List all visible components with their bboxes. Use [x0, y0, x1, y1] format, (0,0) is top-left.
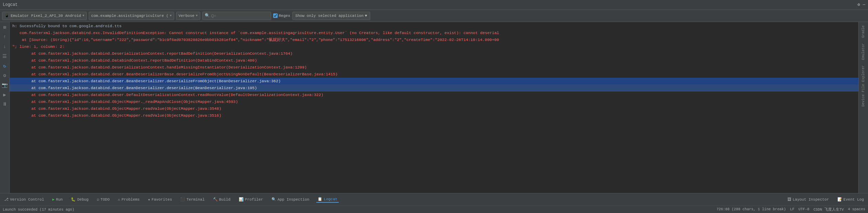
favorites-icon: ★: [148, 197, 150, 202]
regex-checkbox-container[interactable]: Regex: [273, 13, 290, 18]
tab-favorites-label: Favorites: [152, 198, 172, 202]
minimize-icon[interactable]: —: [863, 2, 865, 7]
title-bar-left: Logcat: [3, 2, 18, 7]
settings-icon[interactable]: ⚙: [858, 2, 860, 7]
search-input[interactable]: [211, 14, 269, 18]
tab-debug[interactable]: 🐛 Debug: [69, 196, 90, 202]
tab-build[interactable]: 🔨 Build: [212, 196, 232, 202]
log-line: at com.fasterxml.jackson.databind.deser.…: [10, 71, 858, 78]
tab-layout-inspector[interactable]: 🖼 Layout Inspector: [786, 196, 831, 202]
left-sidebar: ⊞ ↑ ↓ ☰ ↻ ⚙ 📷 ▶ ⏸: [0, 22, 10, 193]
cursor-position: 726:88 (288 chars, 1 line break): [717, 207, 786, 212]
show-selected-dropdown[interactable]: Show only selected application ▼: [292, 12, 371, 20]
tab-run-label: Run: [56, 198, 63, 202]
log-line: h: Sucessfully bound to com.google.andro…: [10, 23, 858, 30]
tab-event-log[interactable]: 📝 Event Log: [836, 196, 865, 202]
tab-run[interactable]: ▶ Run: [51, 196, 64, 202]
verbose-dropdown[interactable]: Verbose ▼: [176, 12, 200, 20]
profiler-icon: 📊: [239, 197, 244, 202]
emulator-arrow-icon: ▼: [83, 14, 84, 18]
title-bar: Logcat ⚙ —: [0, 0, 868, 10]
sidebar-icon-camera[interactable]: 📷: [1, 81, 9, 89]
run-icon: ▶: [52, 197, 55, 202]
tab-profiler[interactable]: 📊 Profiler: [237, 196, 265, 202]
status-right: 🖼 Layout Inspector 📝 Event Log: [786, 196, 865, 202]
log-line-selected-1: at com.fasterxml.jackson.databind.deser.…: [10, 78, 858, 85]
sidebar-icon-sync[interactable]: ↻: [1, 62, 9, 70]
verbose-label: Verbose: [179, 14, 194, 18]
toolbar: 📱 Emulator Pixel_2_API_30 Android ▼ com.…: [0, 10, 868, 22]
log-content[interactable]: h: Sucessfully bound to com.google.andro…: [10, 22, 858, 193]
log-line: at com.fasterxml.jackson.databind.Object…: [10, 98, 858, 105]
debug-icon: 🐛: [71, 197, 76, 202]
sidebar-icon-play[interactable]: ▶: [1, 91, 9, 98]
tab-event-log-label: Event Log: [844, 198, 864, 202]
version-control-icon: ⎇: [4, 197, 9, 202]
tab-logcat[interactable]: 📋 Logcat: [316, 196, 339, 203]
bottom-right: 726:88 (288 chars, 1 line break) LF UTF-…: [717, 207, 865, 212]
right-sidebar: Gradle Emulator Device File Explorer: [858, 22, 868, 193]
bottom-left-msg: Launch succeeded (17 minutes ago): [3, 207, 74, 212]
tab-build-label: Build: [219, 198, 231, 202]
tab-problems[interactable]: ⚠ Problems: [117, 196, 141, 202]
main-area: ⊞ ↑ ↓ ☰ ↻ ⚙ 📷 ▶ ⏸ h: Sucessfully bound t…: [0, 22, 868, 193]
search-icon: 🔍: [205, 13, 210, 18]
log-line: at com.fasterxml.jackson.databind.deser.…: [10, 92, 858, 98]
show-selected-arrow-icon: ▼: [365, 14, 367, 18]
log-line: at com.fasterxml.jackson.databind.Databi…: [10, 57, 858, 64]
sidebar-icon-settings[interactable]: ⚙: [1, 72, 9, 79]
tab-favorites[interactable]: ★ Favorites: [147, 196, 173, 202]
attribution: CSDN 飞度人生TV: [813, 207, 844, 212]
tab-profiler-label: Profiler: [245, 198, 263, 202]
tab-app-inspection[interactable]: 🔍 App Inspection: [270, 196, 311, 202]
line-ending: LF: [790, 207, 794, 212]
show-selected-label: Show only selected application: [296, 14, 364, 18]
sidebar-icon-down[interactable]: ↓: [1, 43, 9, 50]
sidebar-label-device-file-explorer[interactable]: Device File Explorer: [861, 63, 866, 109]
sidebar-icon-grid[interactable]: ⊞: [1, 23, 9, 31]
app-title: Logcat: [3, 2, 18, 7]
tab-todo[interactable]: ☑ TODO: [95, 196, 111, 202]
indent-size: 4 spaces: [848, 207, 865, 212]
verbose-arrow-icon: ▼: [196, 14, 197, 18]
sidebar-icon-up[interactable]: ↑: [1, 33, 9, 41]
app-inspection-icon: 🔍: [271, 197, 276, 202]
tab-logcat-label: Logcat: [324, 197, 337, 201]
tab-layout-inspector-label: Layout Inspector: [793, 198, 829, 202]
regex-label: Regex: [279, 14, 290, 18]
encoding: UTF-8: [799, 207, 810, 212]
log-line: at com.fasterxml.jackson.databind.Object…: [10, 105, 858, 112]
tab-todo-label: TODO: [100, 198, 109, 202]
search-box[interactable]: 🔍: [202, 12, 271, 20]
emulator-icon: 📱: [4, 13, 9, 18]
package-arrow-icon: ▼: [170, 14, 171, 18]
todo-icon: ☑: [97, 197, 99, 202]
log-line: at com.fasterxml.jackson.databind.Deseri…: [10, 64, 858, 71]
build-icon: 🔨: [213, 197, 218, 202]
tab-version-control-label: Version Control: [10, 198, 44, 202]
status-left: ⎇ Version Control ▶ Run 🐛 Debug ☑ TODO ⚠…: [3, 196, 339, 203]
log-line: com.fasterxml.jackson.databind.exc.Inval…: [10, 30, 858, 36]
log-line: "; line: 1, column: 2:: [10, 43, 858, 50]
emulator-label: Emulator Pixel_2_API_30 Android: [11, 14, 81, 18]
package-dropdown[interactable]: com.example.assistingagriculture ( ▼: [89, 12, 174, 20]
sidebar-label-emulator[interactable]: Emulator: [861, 41, 866, 62]
layout-inspector-icon: 🖼: [787, 197, 791, 202]
logcat-icon: 📋: [318, 197, 322, 201]
launch-status: Launch succeeded (17 minutes ago): [3, 207, 74, 212]
terminal-icon: ⬛: [180, 197, 185, 202]
log-line: at com.fasterxml.jackson.databind.Object…: [10, 112, 858, 119]
log-line: at [Source: (String){"id":16,"username":…: [10, 36, 858, 43]
sidebar-icon-pause[interactable]: ⏸: [1, 100, 9, 108]
tab-problems-label: Problems: [121, 198, 140, 202]
log-line-selected-2: at com.fasterxml.jackson.databind.deser.…: [10, 85, 858, 92]
sidebar-label-gradle[interactable]: Gradle: [861, 23, 866, 40]
tab-version-control[interactable]: ⎇ Version Control: [3, 196, 45, 202]
problems-icon: ⚠: [118, 197, 120, 202]
regex-checkbox[interactable]: [273, 13, 278, 18]
emulator-dropdown[interactable]: 📱 Emulator Pixel_2_API_30 Android ▼: [2, 12, 87, 20]
sidebar-icon-list[interactable]: ☰: [1, 52, 9, 60]
package-label: com.example.assistingagriculture (: [91, 14, 168, 18]
tab-app-inspection-label: App Inspection: [278, 198, 309, 202]
tab-terminal[interactable]: ⬛ Terminal: [179, 196, 206, 202]
